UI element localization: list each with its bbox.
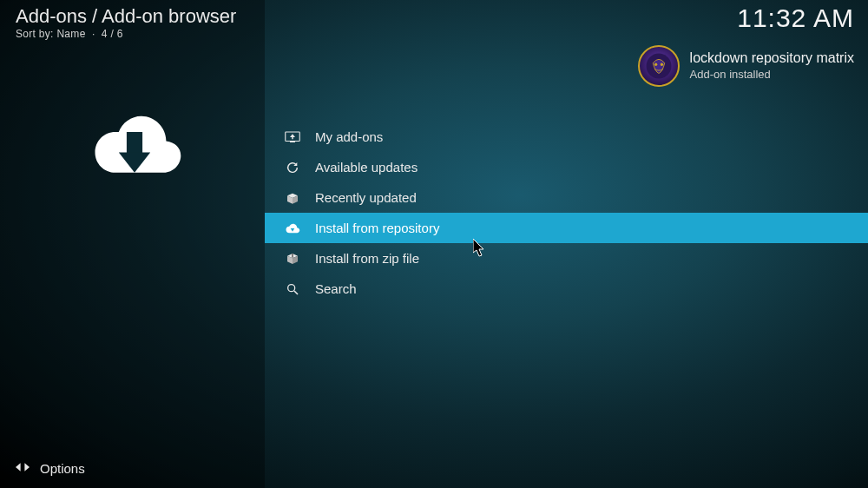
svg-point-14 — [288, 284, 295, 291]
zip-file-icon — [280, 252, 305, 266]
menu-item-label: Recently updated — [315, 190, 417, 205]
svg-marker-4 — [290, 134, 295, 139]
notification-title: lockdown repository matrix — [690, 49, 854, 68]
svg-point-17 — [654, 63, 656, 66]
sort-label: Sort by: — [16, 28, 54, 40]
notification-text: lockdown repository matrix Add-on instal… — [690, 49, 854, 82]
svg-point-18 — [660, 63, 662, 66]
options-label: Options — [40, 461, 85, 476]
list-position: 4 / 6 — [102, 28, 123, 40]
menu-item-install-from-repository[interactable]: Install from repository — [265, 213, 868, 243]
repository-badge-icon — [638, 45, 680, 87]
menu-item-label: Search — [315, 281, 357, 296]
sidebar-panel — [0, 0, 265, 488]
refresh-icon — [280, 161, 305, 175]
my-addons-icon — [280, 131, 305, 143]
notification-toast: lockdown repository matrix Add-on instal… — [638, 45, 854, 87]
svg-marker-20 — [24, 463, 30, 472]
addon-browser-menu: My add-ons Available updates Recently up… — [265, 122, 868, 304]
menu-item-search[interactable]: Search — [265, 274, 868, 304]
menu-item-recently-updated[interactable]: Recently updated — [265, 182, 868, 213]
notification-subtitle: Add-on installed — [690, 68, 854, 82]
sort-value: Name — [56, 28, 85, 40]
breadcrumb: Add-ons / Add-on browser — [16, 5, 236, 28]
menu-item-label: Install from zip file — [315, 251, 419, 266]
menu-item-label: My add-ons — [315, 129, 383, 144]
svg-marker-19 — [16, 463, 21, 472]
sort-indicator: Sort by: Name · 4 / 6 — [16, 28, 123, 40]
menu-item-available-updates[interactable]: Available updates — [265, 152, 868, 182]
cloud-download-icon — [280, 222, 305, 234]
search-icon — [280, 282, 305, 296]
menu-item-label: Install from repository — [315, 221, 439, 235]
menu-item-my-addons[interactable]: My add-ons — [265, 122, 868, 152]
clock: 11:32 AM — [737, 3, 854, 33]
box-open-icon — [280, 191, 305, 205]
svg-rect-3 — [290, 141, 295, 142]
menu-item-label: Available updates — [315, 160, 418, 175]
options-arrows-icon — [16, 461, 30, 476]
svg-rect-0 — [127, 132, 142, 155]
svg-line-15 — [294, 291, 298, 294]
menu-item-install-from-zip[interactable]: Install from zip file — [265, 243, 868, 274]
svg-rect-13 — [292, 254, 293, 258]
options-button[interactable]: Options — [16, 461, 85, 476]
addons-cloud-download-icon — [78, 87, 191, 200]
